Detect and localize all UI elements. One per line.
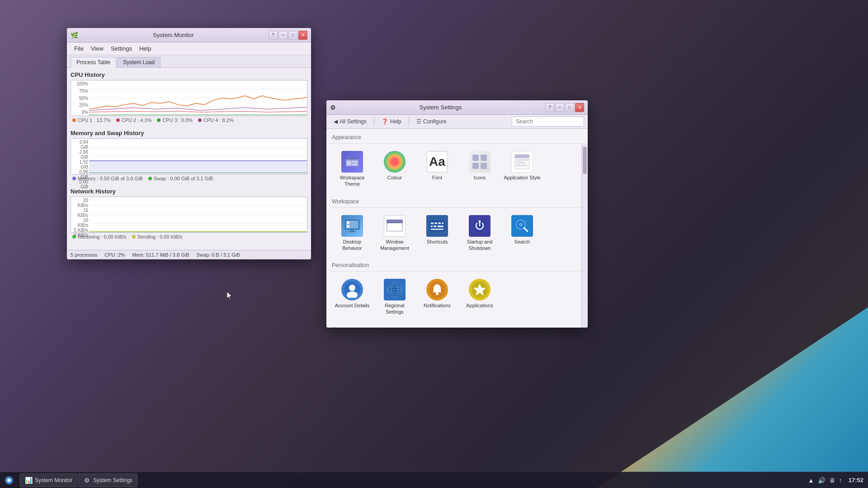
network-legend: Receiving : 0.00 KiB/s Sending : 0.00 Ki… (71, 233, 307, 241)
settings-help-btn[interactable]: ? (545, 103, 554, 112)
cpu-y-labels: 100% 75% 50% 25% 0% (71, 80, 89, 116)
item-workspace-theme[interactable]: Workspace Theme (332, 147, 373, 191)
settings-max-btn[interactable]: □ (565, 103, 574, 112)
svg-rect-44 (434, 225, 436, 227)
item-desktop-behavior[interactable]: Desktop Behavior (332, 211, 373, 255)
sysmon-menu-view[interactable]: View (87, 44, 107, 53)
settings-body: Appearance (326, 129, 588, 328)
settings-title: System Settings (339, 104, 542, 111)
swap-label: Swap : 0.00 GiB of 3.1 GiB (154, 176, 213, 181)
settings-min-btn[interactable]: ─ (555, 103, 564, 112)
sysmon-icon: 🌿 (71, 32, 78, 39)
item-account-details[interactable]: Account Details (332, 275, 373, 319)
window-mgmt-label: Window Management (376, 239, 413, 252)
taskbar-settings-label: System Settings (93, 477, 132, 483)
sysmon-titlebar: 🌿 System Monitor ? ─ □ ✕ (67, 28, 311, 42)
desktop-behavior-label: Desktop Behavior (334, 239, 371, 252)
help-icon: ❓ (382, 118, 388, 125)
personalisation-title: Personalisation (330, 260, 581, 272)
shortcuts-label: Shortcuts (427, 239, 448, 245)
svg-rect-43 (431, 225, 433, 227)
item-font[interactable]: Aa Font (417, 147, 458, 191)
item-notifications[interactable]: Notifications (417, 275, 458, 319)
sysmon-min-btn[interactable]: ─ (278, 31, 288, 40)
item-icons[interactable]: Icons (459, 147, 500, 191)
back-btn[interactable]: ◀ All Settings (330, 117, 370, 126)
svg-rect-20 (352, 161, 358, 163)
settings-close-btn[interactable]: ✕ (575, 103, 584, 112)
sysmon-statusbar: 5 processes CPU: 2% Mem: 511.7 MiB / 3.8… (67, 250, 311, 259)
taskbar-settings[interactable]: ⚙ System Settings (78, 474, 137, 487)
notifications-label: Notifications (424, 302, 451, 309)
tray-volume-icon[interactable]: 🔊 (818, 477, 826, 484)
svg-rect-18 (346, 157, 359, 160)
cpu1-dot (72, 118, 76, 122)
taskbar-sysmon[interactable]: 📊 System Monitor (20, 474, 77, 487)
svg-rect-23 (481, 155, 487, 161)
app-style-icon-bg (511, 151, 533, 173)
tab-system-load[interactable]: System Load (117, 57, 160, 67)
item-search[interactable]: Search (502, 211, 542, 255)
scrollbar-thumb[interactable] (583, 147, 587, 174)
svg-point-76 (8, 479, 10, 482)
item-applications[interactable]: Applications (459, 275, 500, 319)
item-startup-shutdown[interactable]: Startup and Shutdown (459, 211, 500, 255)
sysmon-max-btn[interactable]: □ (288, 31, 297, 40)
startup-icon-bg (469, 215, 491, 237)
network-chart: 20 KiB/s 15 KiB/s 10 KiB/s 5 KiB/s 0 KiB… (71, 197, 307, 233)
item-regional-settings[interactable]: Regional Settings (374, 275, 415, 319)
tab-process-table[interactable]: Process Table (71, 57, 116, 68)
cpu3-legend: CPU 3 : 0.0% (157, 117, 193, 123)
personalisation-grid: Account Details (330, 275, 581, 319)
window-mgmt-icon-bg (384, 215, 406, 237)
cpu2-dot (116, 118, 120, 122)
configure-btn[interactable]: ☰ Configure (413, 117, 450, 126)
settings-content: Appearance (326, 129, 588, 328)
toolbar-sep2 (409, 117, 409, 126)
taskbar-sysmon-icon: 📊 (25, 477, 32, 484)
sysmon-menu-help[interactable]: Help (136, 44, 155, 53)
item-colour[interactable]: Colour (374, 147, 415, 191)
settings-window: ⚙ System Settings ? ─ □ ✕ ◀ All Settings… (326, 100, 588, 328)
startup-shutdown-label: Startup and Shutdown (461, 239, 498, 252)
sysmon-tabs: Process Table System Load (67, 55, 311, 68)
item-window-management[interactable]: Window Management (374, 211, 415, 255)
font-label: Font (432, 174, 442, 181)
workspace-theme-icon-bg (341, 151, 363, 173)
start-button[interactable] (0, 472, 18, 488)
net-y-0: 0 KiB/s (72, 233, 88, 238)
status-swap: Swap: 0 B / 3.1 GiB (197, 252, 240, 258)
svg-rect-36 (347, 221, 349, 224)
cpu-y-25: 25% (72, 103, 88, 108)
taskbar-time: 17:52 (849, 477, 863, 483)
sysmon-menu-settings[interactable]: Settings (107, 44, 136, 53)
svg-rect-34 (349, 231, 356, 232)
svg-rect-19 (347, 161, 351, 165)
svg-rect-39 (431, 222, 434, 224)
item-app-style[interactable]: Application Style (502, 147, 542, 191)
back-label: All Settings (340, 118, 367, 125)
tray-monitor-icon[interactable]: 🖥 (829, 477, 835, 484)
search-icon-bg (511, 215, 533, 237)
tray-arrow-up[interactable]: ▲ (808, 477, 814, 484)
shortcuts-icon-bg (426, 215, 448, 237)
settings-search-input[interactable] (512, 117, 584, 127)
sysmon-menu-file[interactable]: File (71, 44, 87, 53)
appearance-title: Appearance (330, 132, 581, 144)
sysmon-close-btn[interactable]: ✕ (298, 31, 307, 40)
cpu4-dot (198, 118, 202, 122)
colour-icon-bg (384, 151, 406, 173)
memory-y-labels: 3.84 GiB 2.88 GiB 1.92 GiB 0.96 GiB 0.00… (71, 139, 89, 174)
item-shortcuts[interactable]: Shortcuts (417, 211, 458, 255)
font-icon: Aa (426, 151, 448, 173)
cpu-y-50: 50% (72, 96, 88, 101)
network-title: Network History (71, 188, 307, 195)
tray-network-icon[interactable]: ↑ (839, 477, 842, 484)
notifications-icon-bg (426, 279, 448, 300)
settings-scrollbar[interactable] (581, 143, 588, 328)
status-processes: 5 processes (71, 252, 97, 258)
help-btn[interactable]: ❓ Help (378, 117, 405, 126)
sysmon-help-btn[interactable]: ? (269, 31, 278, 40)
mem-y-384: 3.84 GiB (72, 140, 88, 150)
net-y-20: 20 KiB/s (72, 198, 88, 208)
